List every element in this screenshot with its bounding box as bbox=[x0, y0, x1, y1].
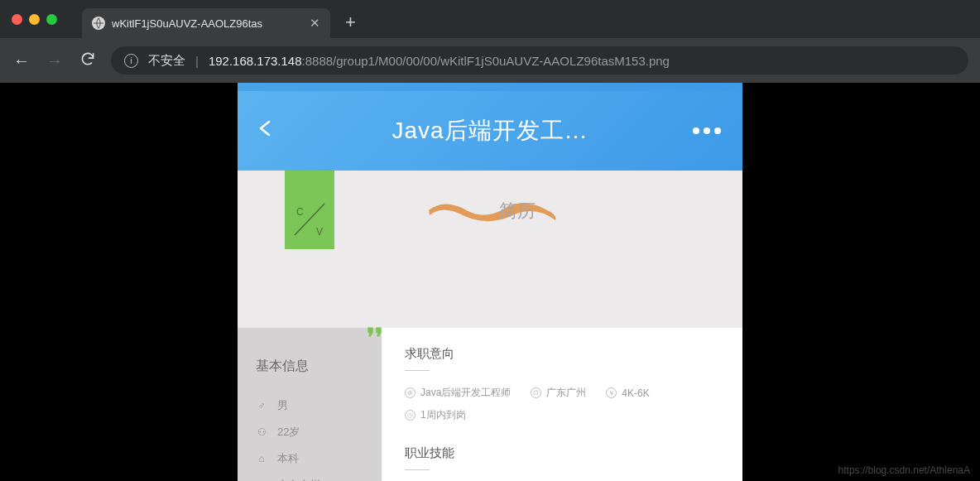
mobile-page-title: Java后端开发工… bbox=[261, 115, 719, 147]
intent-value: 广东广州 bbox=[546, 386, 586, 400]
age-icon: ⚇ bbox=[256, 426, 267, 438]
education-icon: ⌂ bbox=[256, 453, 267, 464]
tab-title: wKitlF1jS0uAUVZ-AAOLZ96tas bbox=[112, 17, 303, 30]
watermark-text: https://blog.csdn.net/AthlenaA bbox=[838, 464, 970, 476]
cv-badge: C V bbox=[285, 171, 334, 249]
svg-text:C: C bbox=[296, 206, 304, 218]
tab-strip: wKitlF1jS0uAUVZ-AAOLZ96tas ✕ + bbox=[0, 0, 980, 38]
resume-header-area: C V 简历 bbox=[238, 171, 742, 328]
dot-icon bbox=[714, 127, 721, 134]
address-divider: | bbox=[195, 54, 199, 68]
window-controls bbox=[12, 14, 57, 25]
basic-info-row: ◉ 广东广州 bbox=[256, 478, 363, 481]
page-viewport: Java后端开发工… C V bbox=[0, 83, 980, 481]
intent-item: ⊡ 广东广州 bbox=[531, 386, 586, 400]
resume-sidebar: ❜❜ 基本信息 ♂ 男 ⚇ 22岁 ⌂ 本科 ◉ bbox=[238, 328, 382, 481]
forward-button[interactable]: → bbox=[45, 51, 65, 70]
back-icon[interactable] bbox=[256, 117, 276, 146]
intent-item: ◷ 1周内到岗 bbox=[405, 408, 466, 422]
more-menu-button[interactable] bbox=[693, 127, 721, 134]
basic-info-value: 22岁 bbox=[277, 425, 300, 440]
resume-main: 求职意向 ⊕ Java后端开发工程师 ⊡ 广东广州 ¥ 4 bbox=[382, 328, 742, 481]
basic-info-value: 本科 bbox=[277, 451, 299, 466]
resume-name-partial: 简历 bbox=[499, 199, 536, 224]
gender-icon: ♂ bbox=[256, 400, 267, 411]
job-icon: ⊕ bbox=[405, 387, 416, 398]
displayed-image: Java后端开发工… C V bbox=[238, 83, 742, 481]
basic-info-value: 男 bbox=[277, 398, 288, 413]
sidebar-section-title: 基本信息 bbox=[256, 358, 363, 375]
redaction-scribble bbox=[426, 195, 559, 224]
intent-item: ¥ 4K-6K bbox=[606, 386, 649, 400]
mobile-status-bar bbox=[238, 83, 742, 91]
new-tab-button[interactable]: + bbox=[345, 12, 356, 33]
dot-icon bbox=[704, 127, 710, 134]
quote-icon: ❜❜ bbox=[367, 323, 383, 352]
site-info-icon[interactable]: i bbox=[124, 54, 138, 68]
tab-close-button[interactable]: ✕ bbox=[310, 16, 320, 31]
window-close-button[interactable] bbox=[12, 14, 22, 25]
section-divider bbox=[405, 469, 430, 470]
section-title-skills: 职业技能 bbox=[405, 445, 719, 461]
dot-icon bbox=[693, 127, 699, 134]
svg-text:V: V bbox=[316, 226, 323, 238]
window-maximize-button[interactable] bbox=[46, 14, 57, 25]
reload-button[interactable] bbox=[78, 51, 98, 71]
globe-icon bbox=[92, 17, 105, 30]
basic-info-row: ⚇ 22岁 bbox=[256, 425, 363, 440]
clock-icon: ◷ bbox=[405, 410, 416, 421]
address-bar[interactable]: i 不安全 | 192.168.173.148:8888/group1/M00/… bbox=[111, 46, 968, 75]
basic-info-row: ⌂ 本科 bbox=[256, 451, 363, 466]
intent-item: ⊕ Java后端开发工程师 bbox=[405, 386, 511, 400]
intent-value: 4K-6K bbox=[622, 387, 649, 399]
intent-value: 1周内到岗 bbox=[420, 408, 466, 422]
window-minimize-button[interactable] bbox=[29, 14, 40, 25]
address-host: 192.168.173.148 bbox=[209, 54, 302, 68]
location-icon: ⊡ bbox=[531, 387, 541, 398]
insecure-label: 不安全 bbox=[148, 53, 185, 69]
intent-value: Java后端开发工程师 bbox=[420, 386, 511, 400]
address-text: 192.168.173.148:8888/group1/M00/00/00/wK… bbox=[209, 54, 670, 68]
section-title-intent: 求职意向 bbox=[405, 346, 719, 362]
address-path: :8888/group1/M00/00/00/wKitlF1jS0uAUVZ-A… bbox=[302, 54, 670, 68]
mobile-app-header: Java后端开发工… bbox=[238, 91, 742, 171]
section-divider bbox=[405, 370, 430, 371]
salary-icon: ¥ bbox=[606, 387, 617, 398]
browser-toolbar: ← → i 不安全 | 192.168.173.148:8888/group1/… bbox=[0, 38, 980, 83]
basic-info-value: 广东广州 bbox=[277, 478, 320, 481]
back-button[interactable]: ← bbox=[12, 51, 31, 70]
basic-info-row: ♂ 男 bbox=[256, 398, 363, 413]
browser-tab[interactable]: wKitlF1jS0uAUVZ-AAOLZ96tas ✕ bbox=[82, 8, 330, 38]
